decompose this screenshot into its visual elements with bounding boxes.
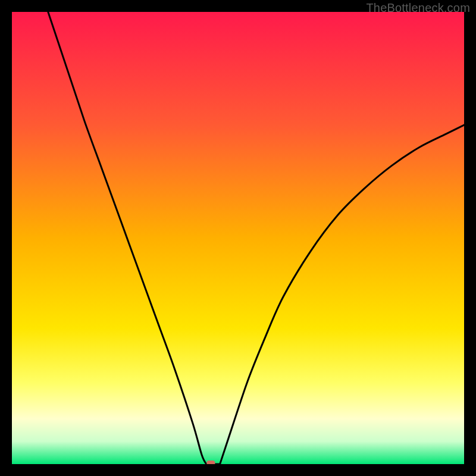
plot-area (12, 12, 464, 464)
chart-frame: TheBottleneck.com (0, 0, 476, 476)
minimum-marker (206, 461, 215, 464)
bottleneck-curve-chart (12, 12, 464, 464)
gradient-background (12, 12, 464, 464)
